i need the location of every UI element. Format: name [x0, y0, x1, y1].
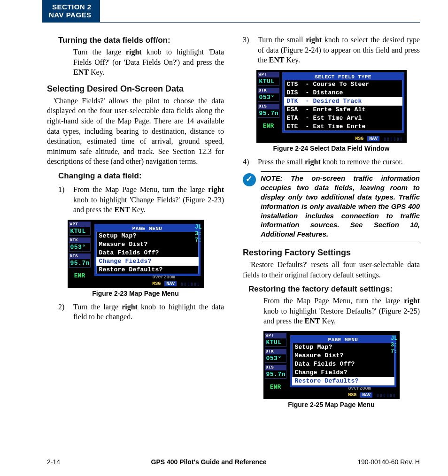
subheading-turning-fields: Turning the data fields off/on: [58, 36, 224, 45]
field-type-item: CTS - Course To Steer [284, 80, 402, 89]
step-1: 1) From the Map Page Menu, turn the larg… [58, 184, 224, 215]
select-field-popup: SELECT FIELD TYPE CTS - Course To Steer … [282, 72, 404, 133]
heading-selecting-data: Selecting Desired On-Screen Data [47, 84, 224, 94]
note-icon [243, 173, 256, 186]
selecting-data-body: 'Change Fields?' allows the pilot to cho… [47, 96, 224, 167]
fig-main: JL 3: 7: PAGE MENU Setup Map? Measure Di… [92, 220, 203, 281]
field-type-item: ETE - Est Time Enrte [284, 123, 402, 131]
figure-2-24: WPT KTUL DTK 053° DIS 95.7n ENR SELECT F… [256, 70, 407, 143]
fig-bottom-bar: MSG NAV ▯▯▯▯▯▯ [68, 281, 203, 287]
page-menu-popup: PAGE MENU Setup Map? Measure Dist? Data … [290, 335, 396, 387]
figure-2-25-caption: Figure 2-25 Map Page Menu [243, 401, 420, 408]
fig-bottom-bar: MSG NAV ▯▯▯▯▯▯ [264, 392, 399, 399]
restoring-defaults-body: From the Map Page Menu, turn the large r… [263, 296, 420, 326]
fig-main: JL 3: 7: PAGE MENU Setup Map? Measure Di… [287, 331, 399, 392]
step-3: 3) Turn the small right knob to select t… [243, 35, 420, 65]
step-2: 2) Turn the large right knob to highligh… [58, 302, 224, 322]
header-rule [42, 22, 420, 23]
page-footer: 2-14 GPS 400 Pilot's Guide and Reference… [47, 458, 420, 466]
restoring-factory-body: 'Restore Defaults?' resets all four user… [243, 260, 420, 280]
figure-2-24-caption: Figure 2-24 Select Data Field Window [243, 145, 420, 152]
subheading-changing-field: Changing a data field: [58, 171, 224, 181]
subheading-restoring-defaults: Restoring the factory default settings: [248, 284, 420, 294]
fig-sidebar: WPT KTUL DTK 053° DIS 95.7n ENR [257, 70, 280, 136]
right-column: 3) Turn the small right knob to select t… [243, 31, 420, 413]
note-block: NOTE: The on-screen traffic information … [243, 171, 420, 241]
page-number: 2-14 [47, 458, 60, 466]
fig-sidebar: WPT KTUL DTK 053° DIS 95.7n ENR [68, 220, 92, 281]
heading-restoring-factory: Restoring Factory Settings [243, 248, 420, 258]
section-line-1: SECTION 2 [49, 3, 92, 11]
fig-main: SELECT FIELD TYPE CTS - Course To Steer … [280, 70, 406, 136]
figure-2-23-caption: Figure 2-23 Map Page Menu [47, 290, 224, 297]
field-type-item: DIS - Distance [284, 89, 402, 97]
footer-title: GPS 400 Pilot's Guide and Reference [151, 458, 267, 466]
fig-bottom-bar: MSG NAV ▯▯▯▯▯▯ [257, 136, 406, 142]
fig-sidebar: WPT KTUL DTK 053° DIS 95.7n ENR [264, 331, 287, 392]
section-tab: SECTION 2 NAV PAGES [42, 0, 100, 22]
step-4: 4) Press the small right knob to remove … [243, 157, 420, 167]
field-type-item: DTK - Desired Track [284, 97, 402, 106]
note-text: NOTE: The on-screen traffic information … [261, 171, 420, 241]
left-column: Turning the data fields off/on: Turn the… [47, 31, 224, 413]
page-menu-popup: PAGE MENU Setup Map? Measure Dist? Data … [94, 224, 201, 276]
section-line-2: NAV PAGES [49, 11, 92, 19]
turning-fields-body: Turn the large right knob to highlight '… [73, 47, 224, 77]
figure-2-23: WPT KTUL DTK 053° DIS 95.7n ENR JL 3: 7:… [68, 220, 204, 288]
field-type-item: ESA - Enrte Safe Alt [284, 106, 402, 114]
footer-doc-id: 190-00140-60 Rev. H [357, 458, 420, 466]
field-type-item: ETA - Est Time Arvl [284, 114, 402, 123]
figure-2-25: WPT KTUL DTK 053° DIS 95.7n ENR JL 3: 7:… [263, 331, 400, 399]
